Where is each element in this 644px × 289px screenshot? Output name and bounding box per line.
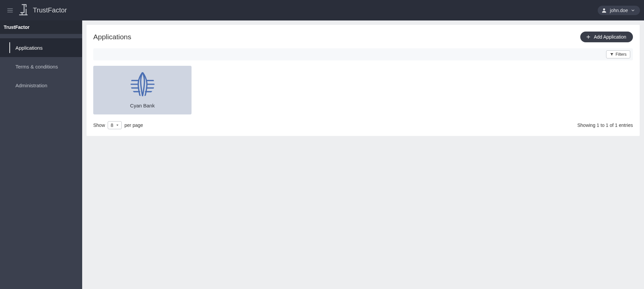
brand-text: TrustFactor: [33, 6, 67, 14]
add-application-label: Add Application: [594, 34, 626, 40]
application-card[interactable]: Cyan Bank: [93, 66, 192, 114]
panel-header: Applications Add Application: [93, 32, 633, 42]
chevron-down-icon: [631, 8, 635, 13]
applications-panel: Applications Add Application Filters: [87, 25, 640, 136]
sidebar-item-terms[interactable]: Terms & conditions: [0, 57, 82, 76]
main-content: Applications Add Application Filters: [82, 20, 644, 289]
user-menu-button[interactable]: john.doe: [598, 6, 640, 15]
sidebar-item-label: Administration: [15, 83, 47, 88]
svg-point-3: [603, 8, 605, 10]
sidebar-nav: Applications Terms & conditions Administ…: [0, 38, 82, 95]
filters-label: Filters: [615, 52, 627, 57]
hamburger-icon: [7, 7, 13, 14]
application-logo-icon: [130, 72, 155, 98]
panel-footer: Show 8 per page Showing 1 to 1 of 1 entr…: [93, 121, 633, 129]
brand-logo-icon: [18, 3, 30, 17]
sidebar-item-administration[interactable]: Administration: [0, 76, 82, 95]
page-title: Applications: [93, 33, 131, 41]
page-size-select[interactable]: 8: [108, 121, 122, 129]
user-icon: [601, 7, 607, 13]
page-size-group: Show 8 per page: [93, 121, 143, 129]
applications-grid: Cyan Bank: [93, 66, 633, 114]
filter-icon: [610, 52, 614, 56]
sidebar-item-applications[interactable]: Applications: [0, 38, 82, 57]
entries-summary: Showing 1 to 1 of 1 entries: [577, 123, 633, 128]
add-application-button[interactable]: Add Application: [580, 32, 633, 42]
sidebar: TrustFactor Applications Terms & conditi…: [0, 20, 82, 289]
filters-bar: Filters: [93, 48, 633, 60]
sidebar-item-label: Applications: [15, 45, 43, 51]
filters-button[interactable]: Filters: [606, 50, 630, 58]
user-name: john.doe: [610, 8, 628, 13]
show-label: Show: [93, 123, 105, 128]
menu-toggle-button[interactable]: [4, 4, 16, 16]
plus-icon: [586, 34, 591, 40]
per-page-label: per page: [124, 123, 143, 128]
sidebar-title: TrustFactor: [0, 20, 82, 34]
topbar: TrustFactor john.doe: [0, 0, 644, 20]
brand: TrustFactor: [18, 3, 67, 17]
sidebar-item-label: Terms & conditions: [15, 64, 58, 69]
application-name: Cyan Bank: [130, 103, 155, 108]
